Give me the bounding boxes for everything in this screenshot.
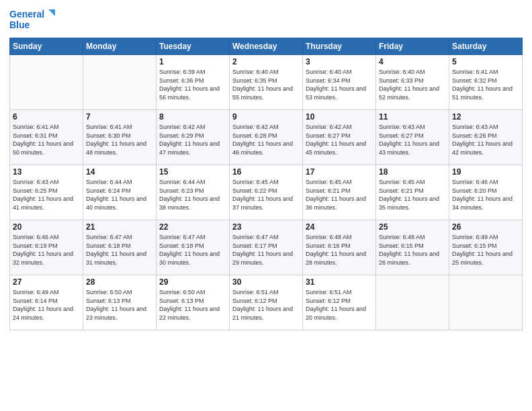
day-info: Sunrise: 6:43 AMSunset: 6:26 PMDaylight:…	[452, 123, 519, 156]
day-number: 12	[452, 112, 519, 122]
day-number: 6	[13, 112, 80, 122]
day-cell: 31Sunrise: 6:51 AMSunset: 6:12 PMDayligh…	[303, 275, 376, 330]
day-cell: 1Sunrise: 6:39 AMSunset: 6:36 PMDaylight…	[157, 55, 230, 110]
day-cell: 19Sunrise: 6:46 AMSunset: 6:20 PMDayligh…	[449, 165, 523, 220]
day-cell: 30Sunrise: 6:51 AMSunset: 6:12 PMDayligh…	[230, 275, 303, 330]
week-row-2: 6Sunrise: 6:41 AMSunset: 6:31 PMDaylight…	[10, 110, 523, 165]
day-cell: 6Sunrise: 6:41 AMSunset: 6:31 PMDaylight…	[10, 110, 83, 165]
svg-text:Blue: Blue	[9, 19, 30, 30]
day-info: Sunrise: 6:45 AMSunset: 6:21 PMDaylight:…	[379, 178, 446, 212]
day-number: 14	[86, 167, 153, 177]
day-number: 8	[159, 112, 226, 122]
col-header-sunday: Sunday	[10, 38, 83, 55]
day-info: Sunrise: 6:46 AMSunset: 6:20 PMDaylight:…	[452, 178, 519, 212]
day-cell: 21Sunrise: 6:47 AMSunset: 6:18 PMDayligh…	[83, 220, 157, 275]
day-number: 2	[232, 57, 300, 66]
day-info: Sunrise: 6:51 AMSunset: 6:12 PMDaylight:…	[232, 288, 300, 322]
day-info: Sunrise: 6:44 AMSunset: 6:23 PMDaylight:…	[159, 178, 226, 212]
day-info: Sunrise: 6:47 AMSunset: 6:18 PMDaylight:…	[86, 233, 153, 267]
day-cell: 25Sunrise: 6:48 AMSunset: 6:15 PMDayligh…	[376, 220, 449, 275]
day-cell: 12Sunrise: 6:43 AMSunset: 6:26 PMDayligh…	[449, 110, 523, 165]
day-cell: 29Sunrise: 6:50 AMSunset: 6:13 PMDayligh…	[157, 275, 230, 330]
day-info: Sunrise: 6:42 AMSunset: 6:28 PMDaylight:…	[232, 123, 300, 156]
day-number: 3	[306, 57, 373, 66]
day-number: 26	[452, 222, 519, 232]
day-info: Sunrise: 6:48 AMSunset: 6:15 PMDaylight:…	[379, 233, 446, 267]
day-number: 18	[379, 167, 446, 177]
day-info: Sunrise: 6:40 AMSunset: 6:33 PMDaylight:…	[379, 68, 446, 101]
logo: General Blue	[9, 7, 56, 32]
day-cell: 2Sunrise: 6:40 AMSunset: 6:35 PMDaylight…	[230, 55, 303, 110]
day-number: 17	[306, 167, 373, 177]
calendar-table: SundayMondayTuesdayWednesdayThursdayFrid…	[9, 38, 523, 330]
day-number: 4	[379, 57, 446, 66]
day-cell: 24Sunrise: 6:48 AMSunset: 6:16 PMDayligh…	[303, 220, 376, 275]
day-info: Sunrise: 6:40 AMSunset: 6:35 PMDaylight:…	[232, 68, 300, 101]
day-number: 24	[306, 222, 373, 232]
day-info: Sunrise: 6:40 AMSunset: 6:34 PMDaylight:…	[306, 68, 373, 101]
day-info: Sunrise: 6:42 AMSunset: 6:27 PMDaylight:…	[306, 123, 373, 156]
day-info: Sunrise: 6:44 AMSunset: 6:24 PMDaylight:…	[86, 178, 153, 212]
day-cell: 10Sunrise: 6:42 AMSunset: 6:27 PMDayligh…	[303, 110, 376, 165]
day-number: 29	[159, 277, 226, 287]
col-header-wednesday: Wednesday	[230, 38, 303, 55]
day-info: Sunrise: 6:41 AMSunset: 6:30 PMDaylight:…	[86, 123, 153, 156]
day-number: 22	[159, 222, 226, 232]
day-cell: 4Sunrise: 6:40 AMSunset: 6:33 PMDaylight…	[376, 55, 449, 110]
day-cell: 15Sunrise: 6:44 AMSunset: 6:23 PMDayligh…	[157, 165, 230, 220]
day-cell: 23Sunrise: 6:47 AMSunset: 6:17 PMDayligh…	[230, 220, 303, 275]
col-header-friday: Friday	[376, 38, 449, 55]
day-cell: 20Sunrise: 6:46 AMSunset: 6:19 PMDayligh…	[10, 220, 83, 275]
day-cell: 14Sunrise: 6:44 AMSunset: 6:24 PMDayligh…	[83, 165, 157, 220]
day-number: 25	[379, 222, 446, 232]
day-number: 9	[232, 112, 300, 122]
day-cell	[10, 55, 83, 110]
day-cell: 27Sunrise: 6:49 AMSunset: 6:14 PMDayligh…	[10, 275, 83, 330]
day-cell: 28Sunrise: 6:50 AMSunset: 6:13 PMDayligh…	[83, 275, 157, 330]
week-row-5: 27Sunrise: 6:49 AMSunset: 6:14 PMDayligh…	[10, 275, 523, 330]
day-number: 16	[232, 167, 300, 177]
day-cell: 26Sunrise: 6:49 AMSunset: 6:15 PMDayligh…	[449, 220, 523, 275]
day-number: 1	[159, 57, 226, 66]
day-number: 11	[379, 112, 446, 122]
svg-text:General: General	[9, 9, 44, 19]
day-cell	[83, 55, 157, 110]
day-info: Sunrise: 6:50 AMSunset: 6:13 PMDaylight:…	[159, 288, 226, 322]
day-cell: 8Sunrise: 6:42 AMSunset: 6:29 PMDaylight…	[157, 110, 230, 165]
day-info: Sunrise: 6:49 AMSunset: 6:14 PMDaylight:…	[13, 288, 80, 322]
day-number: 7	[86, 112, 153, 122]
header-row: SundayMondayTuesdayWednesdayThursdayFrid…	[10, 38, 523, 55]
week-row-1: 1Sunrise: 6:39 AMSunset: 6:36 PMDaylight…	[10, 55, 523, 110]
day-number: 19	[452, 167, 519, 177]
day-info: Sunrise: 6:45 AMSunset: 6:21 PMDaylight:…	[306, 178, 373, 212]
day-number: 15	[159, 167, 226, 177]
day-cell: 9Sunrise: 6:42 AMSunset: 6:28 PMDaylight…	[230, 110, 303, 165]
day-number: 28	[86, 277, 153, 287]
day-cell: 3Sunrise: 6:40 AMSunset: 6:34 PMDaylight…	[303, 55, 376, 110]
day-info: Sunrise: 6:41 AMSunset: 6:31 PMDaylight:…	[13, 123, 80, 156]
day-number: 13	[13, 167, 80, 177]
day-number: 20	[13, 222, 80, 232]
day-cell: 13Sunrise: 6:43 AMSunset: 6:25 PMDayligh…	[10, 165, 83, 220]
day-info: Sunrise: 6:47 AMSunset: 6:18 PMDaylight:…	[159, 233, 226, 267]
day-info: Sunrise: 6:49 AMSunset: 6:15 PMDaylight:…	[452, 233, 519, 267]
day-number: 10	[306, 112, 373, 122]
day-cell: 16Sunrise: 6:45 AMSunset: 6:22 PMDayligh…	[230, 165, 303, 220]
day-cell: 18Sunrise: 6:45 AMSunset: 6:21 PMDayligh…	[376, 165, 449, 220]
col-header-thursday: Thursday	[303, 38, 376, 55]
day-info: Sunrise: 6:43 AMSunset: 6:27 PMDaylight:…	[379, 123, 446, 156]
day-cell: 11Sunrise: 6:43 AMSunset: 6:27 PMDayligh…	[376, 110, 449, 165]
day-cell: 22Sunrise: 6:47 AMSunset: 6:18 PMDayligh…	[157, 220, 230, 275]
day-info: Sunrise: 6:46 AMSunset: 6:19 PMDaylight:…	[13, 233, 80, 267]
day-info: Sunrise: 6:48 AMSunset: 6:16 PMDaylight:…	[306, 233, 373, 267]
header: General Blue	[9, 7, 523, 32]
day-number: 5	[452, 57, 519, 66]
svg-marker-2	[48, 9, 55, 16]
day-number: 31	[306, 277, 373, 287]
col-header-saturday: Saturday	[449, 38, 523, 55]
col-header-monday: Monday	[83, 38, 157, 55]
day-cell: 5Sunrise: 6:41 AMSunset: 6:32 PMDaylight…	[449, 55, 523, 110]
calendar-container: General Blue SundayMondayTuesdayWednesda…	[0, 0, 532, 337]
day-cell: 17Sunrise: 6:45 AMSunset: 6:21 PMDayligh…	[303, 165, 376, 220]
week-row-3: 13Sunrise: 6:43 AMSunset: 6:25 PMDayligh…	[10, 165, 523, 220]
